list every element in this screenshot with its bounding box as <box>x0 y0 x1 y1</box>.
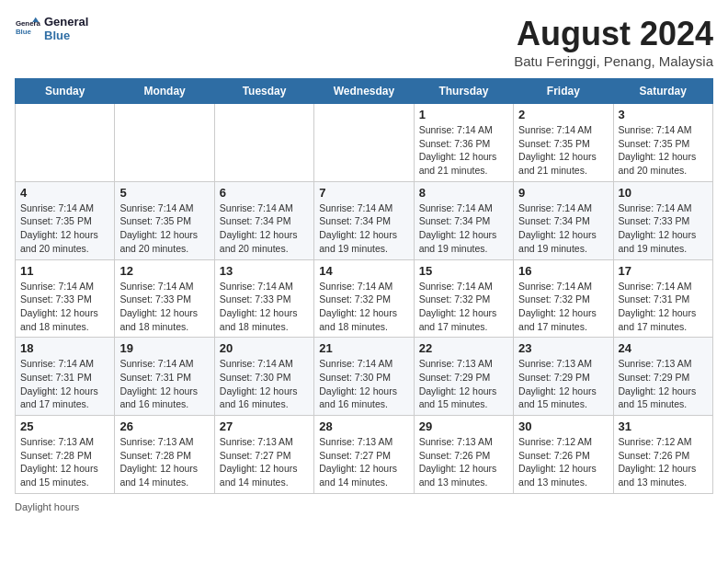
page-header: General Blue General Blue August 2024 Ba… <box>15 15 713 69</box>
day-number: 21 <box>319 341 408 355</box>
logo: General Blue General Blue <box>15 15 88 42</box>
day-info: Sunrise: 7:14 AM Sunset: 7:35 PM Dayligh… <box>119 201 209 256</box>
day-info: Sunrise: 7:14 AM Sunset: 7:35 PM Dayligh… <box>20 201 109 256</box>
day-number: 31 <box>619 419 708 433</box>
day-info: Sunrise: 7:14 AM Sunset: 7:35 PM Dayligh… <box>619 123 708 178</box>
day-info: Sunrise: 7:14 AM Sunset: 7:36 PM Dayligh… <box>419 123 508 178</box>
day-info: Sunrise: 7:14 AM Sunset: 7:34 PM Dayligh… <box>319 201 408 256</box>
calendar-week-3: 11Sunrise: 7:14 AM Sunset: 7:33 PM Dayli… <box>16 259 713 338</box>
calendar-cell: 9Sunrise: 7:14 AM Sunset: 7:34 PM Daylig… <box>514 181 613 259</box>
day-info: Sunrise: 7:14 AM Sunset: 7:31 PM Dayligh… <box>20 357 109 411</box>
calendar-cell: 19Sunrise: 7:14 AM Sunset: 7:31 PM Dayli… <box>115 338 214 416</box>
day-number: 19 <box>119 341 209 355</box>
day-info: Sunrise: 7:14 AM Sunset: 7:34 PM Dayligh… <box>419 201 508 256</box>
day-info: Sunrise: 7:12 AM Sunset: 7:26 PM Dayligh… <box>518 435 608 489</box>
calendar-cell: 2Sunrise: 7:14 AM Sunset: 7:35 PM Daylig… <box>514 104 613 182</box>
calendar-week-1: 1Sunrise: 7:14 AM Sunset: 7:36 PM Daylig… <box>16 104 713 182</box>
day-info: Sunrise: 7:14 AM Sunset: 7:33 PM Dayligh… <box>220 280 309 334</box>
calendar-week-4: 18Sunrise: 7:14 AM Sunset: 7:31 PM Dayli… <box>16 338 713 416</box>
day-number: 13 <box>220 264 309 278</box>
calendar-cell: 10Sunrise: 7:14 AM Sunset: 7:33 PM Dayli… <box>613 181 712 259</box>
calendar-cell <box>214 104 313 182</box>
calendar-cell: 8Sunrise: 7:14 AM Sunset: 7:34 PM Daylig… <box>414 181 513 259</box>
day-info: Sunrise: 7:14 AM Sunset: 7:34 PM Dayligh… <box>518 201 608 256</box>
calendar-cell: 3Sunrise: 7:14 AM Sunset: 7:35 PM Daylig… <box>613 104 712 182</box>
calendar-cell: 24Sunrise: 7:13 AM Sunset: 7:29 PM Dayli… <box>613 338 712 416</box>
day-info: Sunrise: 7:14 AM Sunset: 7:32 PM Dayligh… <box>518 280 608 334</box>
day-number: 16 <box>518 264 608 278</box>
day-info: Sunrise: 7:13 AM Sunset: 7:26 PM Dayligh… <box>419 435 508 489</box>
day-number: 27 <box>220 419 309 433</box>
day-header-monday: Monday <box>115 79 214 104</box>
calendar-week-5: 25Sunrise: 7:13 AM Sunset: 7:28 PM Dayli… <box>16 416 713 494</box>
day-info: Sunrise: 7:13 AM Sunset: 7:28 PM Dayligh… <box>119 435 209 489</box>
day-number: 24 <box>619 341 708 355</box>
calendar-cell: 14Sunrise: 7:14 AM Sunset: 7:32 PM Dayli… <box>314 259 414 338</box>
calendar-cell: 12Sunrise: 7:14 AM Sunset: 7:33 PM Dayli… <box>115 259 214 338</box>
day-info: Sunrise: 7:14 AM Sunset: 7:31 PM Dayligh… <box>119 357 209 411</box>
day-info: Sunrise: 7:13 AM Sunset: 7:27 PM Dayligh… <box>220 435 309 489</box>
day-info: Sunrise: 7:14 AM Sunset: 7:35 PM Dayligh… <box>518 123 608 178</box>
calendar-cell: 17Sunrise: 7:14 AM Sunset: 7:31 PM Dayli… <box>613 259 712 338</box>
day-number: 12 <box>119 264 209 278</box>
day-number: 17 <box>619 264 708 278</box>
calendar: SundayMondayTuesdayWednesdayThursdayFrid… <box>15 78 713 494</box>
calendar-cell: 28Sunrise: 7:13 AM Sunset: 7:27 PM Dayli… <box>314 416 414 494</box>
calendar-cell: 11Sunrise: 7:14 AM Sunset: 7:33 PM Dayli… <box>16 259 115 338</box>
day-number: 30 <box>518 419 608 433</box>
logo-icon: General Blue <box>15 16 40 41</box>
calendar-week-2: 4Sunrise: 7:14 AM Sunset: 7:35 PM Daylig… <box>16 181 713 259</box>
day-info: Sunrise: 7:14 AM Sunset: 7:30 PM Dayligh… <box>319 357 408 411</box>
calendar-cell: 30Sunrise: 7:12 AM Sunset: 7:26 PM Dayli… <box>514 416 613 494</box>
day-header-saturday: Saturday <box>613 79 712 104</box>
title-block: August 2024 Batu Feringgi, Penang, Malay… <box>514 15 713 69</box>
day-number: 11 <box>20 264 109 278</box>
day-info: Sunrise: 7:13 AM Sunset: 7:29 PM Dayligh… <box>518 357 608 411</box>
day-info: Sunrise: 7:14 AM Sunset: 7:33 PM Dayligh… <box>119 280 209 334</box>
calendar-cell: 15Sunrise: 7:14 AM Sunset: 7:32 PM Dayli… <box>414 259 513 338</box>
calendar-cell: 21Sunrise: 7:14 AM Sunset: 7:30 PM Dayli… <box>314 338 414 416</box>
day-info: Sunrise: 7:14 AM Sunset: 7:32 PM Dayligh… <box>419 280 508 334</box>
calendar-cell: 23Sunrise: 7:13 AM Sunset: 7:29 PM Dayli… <box>514 338 613 416</box>
calendar-cell <box>314 104 414 182</box>
calendar-cell: 27Sunrise: 7:13 AM Sunset: 7:27 PM Dayli… <box>214 416 313 494</box>
calendar-cell <box>115 104 214 182</box>
day-number: 23 <box>518 341 608 355</box>
logo-general: General <box>44 15 88 29</box>
day-info: Sunrise: 7:12 AM Sunset: 7:26 PM Dayligh… <box>619 435 708 489</box>
day-number: 15 <box>419 264 508 278</box>
location: Batu Feringgi, Penang, Malaysia <box>514 53 713 69</box>
day-number: 9 <box>518 186 608 200</box>
day-number: 4 <box>20 186 109 200</box>
calendar-cell: 1Sunrise: 7:14 AM Sunset: 7:36 PM Daylig… <box>414 104 513 182</box>
calendar-cell: 18Sunrise: 7:14 AM Sunset: 7:31 PM Dayli… <box>16 338 115 416</box>
day-info: Sunrise: 7:14 AM Sunset: 7:34 PM Dayligh… <box>220 201 309 256</box>
day-info: Sunrise: 7:14 AM Sunset: 7:32 PM Dayligh… <box>319 280 408 334</box>
month-title: August 2024 <box>514 15 713 53</box>
calendar-cell: 31Sunrise: 7:12 AM Sunset: 7:26 PM Dayli… <box>613 416 712 494</box>
day-number: 10 <box>619 186 708 200</box>
calendar-cell: 5Sunrise: 7:14 AM Sunset: 7:35 PM Daylig… <box>115 181 214 259</box>
calendar-cell: 29Sunrise: 7:13 AM Sunset: 7:26 PM Dayli… <box>414 416 513 494</box>
day-number: 22 <box>419 341 508 355</box>
day-number: 5 <box>119 186 209 200</box>
day-info: Sunrise: 7:13 AM Sunset: 7:27 PM Dayligh… <box>319 435 408 489</box>
logo-blue: Blue <box>44 29 88 42</box>
day-number: 29 <box>419 419 508 433</box>
calendar-header-row: SundayMondayTuesdayWednesdayThursdayFrid… <box>16 79 713 104</box>
day-info: Sunrise: 7:14 AM Sunset: 7:30 PM Dayligh… <box>220 357 309 411</box>
footer-note: Daylight hours <box>15 501 713 512</box>
calendar-cell: 4Sunrise: 7:14 AM Sunset: 7:35 PM Daylig… <box>16 181 115 259</box>
day-header-tuesday: Tuesday <box>214 79 313 104</box>
day-header-friday: Friday <box>514 79 613 104</box>
day-info: Sunrise: 7:14 AM Sunset: 7:33 PM Dayligh… <box>20 280 109 334</box>
calendar-cell: 16Sunrise: 7:14 AM Sunset: 7:32 PM Dayli… <box>514 259 613 338</box>
day-number: 28 <box>319 419 408 433</box>
day-number: 3 <box>619 108 708 121</box>
day-info: Sunrise: 7:14 AM Sunset: 7:31 PM Dayligh… <box>619 280 708 334</box>
day-number: 2 <box>518 108 608 121</box>
svg-text:Blue: Blue <box>16 28 32 36</box>
day-header-sunday: Sunday <box>16 79 115 104</box>
day-number: 7 <box>319 186 408 200</box>
day-header-thursday: Thursday <box>414 79 513 104</box>
